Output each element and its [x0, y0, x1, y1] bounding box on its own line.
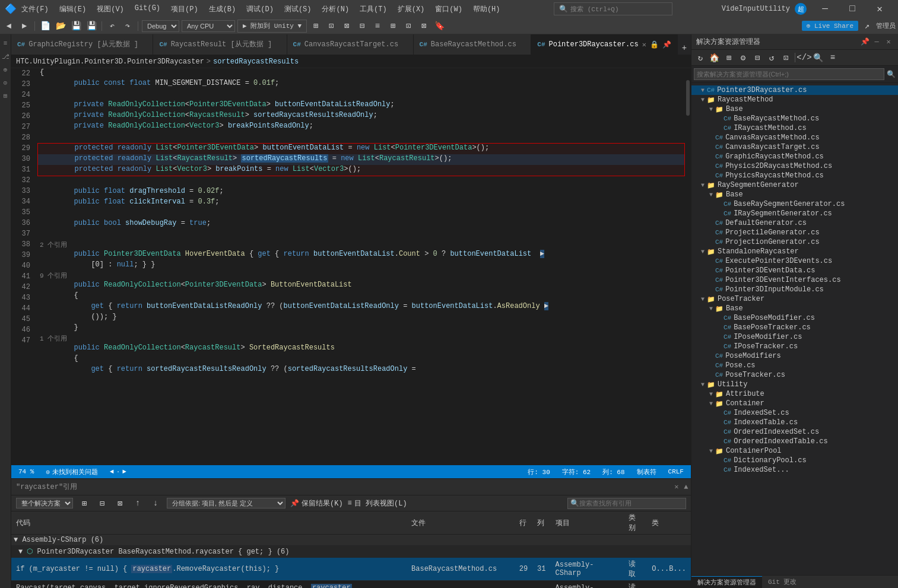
tree-item-attribute[interactable]: ▼ 📁 Attribute — [691, 389, 898, 399]
refresh-button[interactable]: ↺ — [765, 51, 778, 64]
menu-extensions[interactable]: 扩展(X) — [393, 2, 430, 17]
menu-git[interactable]: Git(G) — [130, 2, 165, 17]
tree-item-iraysegmentgenerator[interactable]: C# IRaySegmentGenerator.cs — [691, 209, 898, 218]
expand-icon[interactable]: ▼ — [699, 382, 707, 388]
activity-debug[interactable]: ⊙ — [0, 77, 11, 88]
expand-icon[interactable]: ▼ — [699, 97, 707, 103]
tab-pointer3draycaster[interactable]: C# Pointer3DRaycaster.cs ✕ 🔒 📌 — [531, 34, 678, 55]
breadcrumb-item-1[interactable]: HTC.UnityPlugin.Pointer3D.Pointer3DRayca… — [16, 58, 204, 66]
tree-item-iposetracker[interactable]: C# IPoseTracker.cs — [691, 342, 898, 351]
tree-item-posebtracker2[interactable]: C# PoseTracker.cs — [691, 370, 898, 380]
show-all-button[interactable]: 🔍 — [812, 51, 825, 64]
tree-item-baseposetracker[interactable]: C# BasePoseTracker.cs — [691, 323, 898, 332]
tree-item-pointer3dinputmodule[interactable]: C# Pointer3DInputModule.cs — [691, 285, 898, 294]
settings-button[interactable]: ⚙ — [737, 51, 750, 64]
forward-button[interactable]: ► — [18, 20, 31, 33]
expand-icon-sub[interactable]: ▼ — [18, 548, 23, 556]
sync-button[interactable]: ↻ — [694, 51, 707, 64]
status-row[interactable]: 列: 68 — [600, 468, 627, 476]
menu-analyze[interactable]: 分析(N) — [317, 2, 354, 17]
tree-item-raycastmethod[interactable]: ▼ 📁 RaycastMethod — [691, 95, 898, 104]
toolbar-btn3[interactable]: ⊠ — [113, 497, 126, 510]
tree-item-iraycastmethod[interactable]: C# IRaycastMethod.cs — [691, 123, 898, 133]
save-all-button[interactable]: 💾 — [85, 20, 98, 33]
ref-search-input[interactable] — [579, 500, 668, 507]
tree-item-base3[interactable]: ▼ 📁 Base — [691, 304, 898, 313]
menu-window[interactable]: 窗口(W) — [430, 2, 467, 17]
tree-item-containerpool[interactable]: ▼ 📁 ContainerPool — [691, 446, 898, 456]
minimize-button[interactable]: — — [811, 0, 839, 18]
tab-git-changes[interactable]: Git 更改 — [762, 576, 802, 587]
tree-item-physicsraycastmethod[interactable]: C# PhysicsRaycastMethod.cs — [691, 171, 898, 180]
expand-icon[interactable]: ▼ — [699, 249, 707, 255]
tree-item-pointer3deventdata[interactable]: C# Pointer3DEventData.cs — [691, 266, 898, 275]
status-line-ending[interactable]: CRLF — [666, 468, 686, 475]
tree-item-physics2draycastmethod[interactable]: C# Physics2DRaycastMethod.cs — [691, 161, 898, 171]
collapse-button[interactable]: ⊡ — [779, 51, 792, 64]
tool5[interactable]: ≡ — [371, 20, 384, 33]
start-button[interactable]: ▶ 附加到 Unity ▼ — [237, 20, 307, 33]
scrollbar-thumb[interactable] — [686, 80, 690, 116]
scope-dropdown[interactable]: 整个解决方案 — [16, 498, 73, 508]
tree-item-canvasraycastmethod[interactable]: C# CanvasRaycastMethod.cs — [691, 133, 898, 142]
scrollbar[interactable] — [685, 68, 691, 465]
new-file-button[interactable]: 📄 — [39, 20, 52, 33]
new-tab-button[interactable]: + — [678, 42, 691, 55]
expand-icon[interactable]: ▼ — [699, 296, 707, 303]
tree-item-indexedset2[interactable]: C# IndexedSet... — [691, 465, 898, 475]
tree-item-defaultgenerator[interactable]: C# DefaultGenerator.cs — [691, 218, 898, 228]
list-view-button[interactable]: ≡ 目 列表视图(L) — [348, 498, 407, 508]
pin-panel-button[interactable]: 📌 — [860, 37, 870, 47]
keep-results-button[interactable]: 📌 保留结果(K) — [290, 498, 343, 508]
tree-item-projectilegenerator[interactable]: C# ProjectileGenerator.cs — [691, 228, 898, 237]
tree-item-base2[interactable]: ▼ 📁 Base — [691, 190, 898, 199]
redo-button[interactable]: ↷ — [121, 20, 134, 33]
platform-dropdown[interactable]: Any CPU — [182, 20, 235, 32]
menu-debug[interactable]: 调试(D) — [242, 2, 278, 17]
tool4[interactable]: ⊟ — [356, 20, 369, 33]
status-zoom[interactable]: 74 % — [16, 468, 36, 475]
ref-row-1[interactable]: if (m_raycaster != null) { raycaster.Rem… — [11, 558, 691, 581]
close-panel-button[interactable]: ✕ — [884, 37, 893, 47]
tree-item-pose[interactable]: C# Pose.cs — [691, 361, 898, 370]
status-errors[interactable]: ⊙ 未找到相关问题 — [43, 468, 100, 476]
tree-item-indexedset[interactable]: C# IndexedSet.cs — [691, 408, 898, 418]
activity-git[interactable]: ⎇ — [0, 51, 11, 62]
menu-view[interactable]: 视图(V) — [92, 2, 129, 17]
expand-icon[interactable]: ▼ — [14, 536, 18, 544]
status-col[interactable]: 字符: 62 — [560, 468, 593, 476]
code-text-area[interactable]: { public const float MIN_SEGMENT_DISTANC… — [35, 68, 685, 465]
home-button[interactable]: 🏠 — [708, 51, 721, 64]
status-encoding[interactable]: 制表符 — [634, 468, 659, 476]
tree-item-posebmodifiers[interactable]: C# PoseModifiers — [691, 351, 898, 361]
group-dropdown[interactable]: 分组依据: 项目, 然后是 定义 — [167, 498, 285, 508]
menu-help[interactable]: 帮助(H) — [468, 2, 505, 17]
tool3[interactable]: ⊠ — [340, 20, 353, 33]
tree-item-standaloneraycaster[interactable]: ▼ 📁 StandaloneRaycaster — [691, 247, 898, 256]
expand-icon[interactable]: ▼ — [707, 401, 715, 407]
tree-item-orderedindexedtable[interactable]: C# OrderedIndexedTable.cs — [691, 437, 898, 446]
expand-icon[interactable]: ▼ — [699, 182, 707, 189]
maximize-button[interactable]: □ — [839, 0, 866, 18]
tool1[interactable]: ⊞ — [309, 20, 322, 33]
tree-item-graphicraycastmethod[interactable]: C# GraphicRaycastMethod.cs — [691, 152, 898, 161]
tree-item-indexedtable[interactable]: C# IndexedTable.cs — [691, 418, 898, 427]
tree-item-iposemodifier[interactable]: C# IPoseModifier.cs — [691, 332, 898, 342]
col-project[interactable]: 项目 — [551, 511, 624, 535]
activity-solution-explorer[interactable]: ≡ — [0, 38, 11, 49]
tree-item-raysegmentgenerator[interactable]: ▼ 📁 RaySegmentGenerator — [691, 180, 898, 190]
tree-item-canvasraycasttarget[interactable]: C# CanvasRaycastTarget.cs — [691, 142, 898, 152]
tree-item-pointer3draycaster[interactable]: ▼ C# Pointer3DRaycaster.cs — [691, 85, 898, 95]
code-view-button[interactable]: </> — [798, 51, 811, 64]
panel-close-button[interactable]: ✕ — [672, 482, 681, 492]
undo-button[interactable]: ↶ — [106, 20, 119, 33]
share-icon[interactable]: ↗ — [861, 20, 874, 33]
toolbar-btn5[interactable]: ↓ — [149, 497, 162, 510]
tool2[interactable]: ⊡ — [325, 20, 338, 33]
ref-row-2[interactable]: Raycast(target.canvas, target.ignoreReve… — [11, 581, 691, 589]
save-button[interactable]: 💾 — [69, 20, 82, 33]
col-col[interactable]: 列 — [532, 511, 550, 535]
live-share-button[interactable]: ⊕ Live Share — [802, 21, 858, 31]
toolbar-btn1[interactable]: ⊞ — [78, 497, 91, 510]
tab-solution-explorer[interactable]: 解决方案资源管理器 — [691, 576, 762, 588]
